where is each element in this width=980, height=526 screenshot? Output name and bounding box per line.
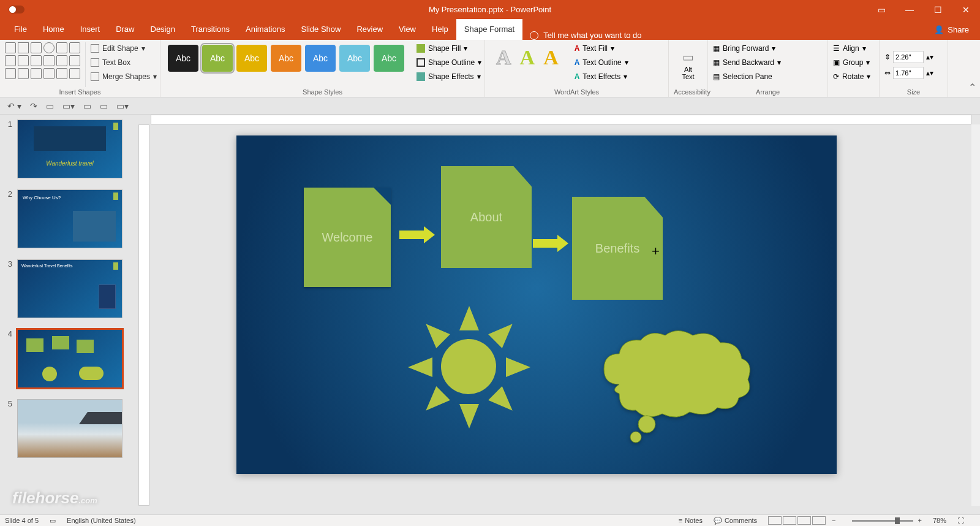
collapse-ribbon-icon[interactable]: ⌃ bbox=[968, 82, 976, 93]
style-preset[interactable]: Abc bbox=[236, 45, 267, 72]
tab-shape-format[interactable]: Shape Format bbox=[456, 19, 522, 40]
bring-forward-icon: ▦ bbox=[713, 44, 720, 53]
tab-home[interactable]: Home bbox=[35, 19, 72, 40]
share-icon: 👤 bbox=[934, 25, 944, 34]
minimize-button[interactable]: — bbox=[895, 0, 924, 19]
rotate-button[interactable]: ⟳Rotate▾ bbox=[833, 71, 870, 83]
redo-button[interactable]: ↷ bbox=[30, 101, 37, 111]
tab-draw[interactable]: Draw bbox=[108, 19, 142, 40]
text-box-icon bbox=[91, 58, 99, 67]
tab-view[interactable]: View bbox=[391, 19, 424, 40]
text-effects-button[interactable]: AText Effects▾ bbox=[575, 71, 628, 83]
group-button[interactable]: ▣Group▾ bbox=[833, 56, 870, 69]
edit-shape-button[interactable]: Edit Shape▾ bbox=[91, 42, 157, 55]
thumb-slide-1[interactable]: Wanderlust travel bbox=[17, 120, 123, 178]
svg-point-0 bbox=[638, 416, 655, 433]
tab-transitions[interactable]: Transitions bbox=[183, 19, 238, 40]
text-box-button[interactable]: Text Box bbox=[91, 56, 157, 69]
wordart-preset[interactable]: A bbox=[543, 46, 559, 83]
width-input[interactable] bbox=[893, 67, 924, 79]
thumb-slide-5[interactable] bbox=[17, 399, 123, 458]
shape-styles-gallery[interactable]: Abc Abc Abc Abc Abc Abc Abc bbox=[165, 42, 407, 87]
shape-thought-cloud[interactable] bbox=[592, 329, 757, 448]
slide-canvas[interactable]: Welcome .page.fold:nth-of-type(1)::befor… bbox=[236, 135, 837, 474]
cursor-crosshair-icon: + bbox=[652, 243, 660, 259]
tellme-search[interactable]: Tell me what you want to do bbox=[530, 31, 641, 40]
style-preset[interactable]: Abc bbox=[271, 45, 301, 72]
wordart-preset[interactable]: A bbox=[496, 46, 511, 83]
thumb-slide-3[interactable]: Wanderlust Travel Benefits bbox=[17, 259, 123, 318]
style-preset[interactable]: Abc bbox=[202, 45, 233, 72]
shape-fill-button[interactable]: Shape Fill▾ bbox=[417, 42, 481, 55]
zoom-slider[interactable] bbox=[852, 520, 913, 522]
watermark: filehorse.com bbox=[12, 489, 97, 508]
qat-button[interactable]: ▭ bbox=[83, 101, 91, 111]
thumb-slide-4[interactable] bbox=[17, 329, 123, 388]
shape-about[interactable]: About bbox=[441, 166, 532, 268]
tab-design[interactable]: Design bbox=[143, 19, 183, 40]
wordart-gallery[interactable]: A A A bbox=[490, 42, 565, 87]
style-preset[interactable]: Abc bbox=[374, 45, 404, 72]
qat-button[interactable]: ▭ bbox=[100, 101, 108, 111]
bring-forward-button[interactable]: ▦Bring Forward▾ bbox=[713, 42, 781, 55]
tab-help[interactable]: Help bbox=[424, 19, 456, 40]
spinner-icon[interactable]: ▴▾ bbox=[926, 53, 933, 61]
shape-welcome[interactable]: Welcome .page.fold:nth-of-type(1)::befor… bbox=[304, 188, 391, 287]
selection-pane-button[interactable]: ▤Selection Pane bbox=[713, 71, 781, 83]
tab-slideshow[interactable]: Slide Show bbox=[293, 19, 349, 40]
group-icon: ▣ bbox=[833, 58, 840, 67]
align-button[interactable]: ☰Align▾ bbox=[833, 42, 870, 55]
shape-benefits[interactable]: Benefits + bbox=[572, 197, 663, 300]
shape-outline-button[interactable]: Shape Outline▾ bbox=[417, 56, 481, 69]
accessibility-check-icon[interactable]: ▭ bbox=[50, 517, 56, 525]
zoom-level[interactable]: 78% bbox=[933, 517, 946, 524]
view-mode-buttons[interactable] bbox=[768, 516, 826, 525]
rotate-icon: ⟳ bbox=[833, 72, 839, 81]
height-input[interactable] bbox=[893, 51, 924, 63]
group-label-shape-styles: Shape Styles bbox=[165, 87, 480, 96]
shape-effects-button[interactable]: Shape Effects▾ bbox=[417, 71, 481, 83]
shape-sun[interactable] bbox=[409, 307, 528, 426]
close-button[interactable]: ✕ bbox=[952, 0, 980, 19]
ribbon-display-options-icon[interactable]: ▭ bbox=[867, 0, 895, 19]
text-outline-button[interactable]: AText Outline▾ bbox=[575, 56, 628, 69]
thumb-slide-2[interactable]: Why Choose Us? bbox=[17, 189, 123, 248]
fit-to-window-button[interactable]: ⛶ bbox=[957, 517, 964, 524]
tab-insert[interactable]: Insert bbox=[72, 19, 108, 40]
qat-button[interactable]: ▭▾ bbox=[62, 101, 75, 111]
share-button[interactable]: 👤 Share bbox=[934, 19, 969, 40]
maximize-button[interactable]: ☐ bbox=[924, 0, 952, 19]
style-preset[interactable]: Abc bbox=[168, 45, 198, 72]
text-fill-button[interactable]: AText Fill▾ bbox=[575, 42, 628, 55]
zoom-out-button[interactable]: − bbox=[832, 517, 835, 524]
shape-arrow[interactable] bbox=[399, 226, 435, 243]
share-label: Share bbox=[948, 25, 969, 34]
tab-animations[interactable]: Animations bbox=[238, 19, 293, 40]
text-fill-icon: A bbox=[575, 44, 580, 53]
vertical-scrollbar[interactable] bbox=[971, 124, 980, 506]
status-slide[interactable]: Slide 4 of 5 bbox=[5, 517, 39, 524]
comments-button[interactable]: 💬 Comments bbox=[714, 517, 757, 525]
start-from-beginning-button[interactable]: ▭ bbox=[46, 101, 54, 111]
qat-button[interactable]: ▭▾ bbox=[116, 101, 129, 111]
width-icon: ⇔ bbox=[884, 69, 891, 77]
zoom-in-button[interactable]: + bbox=[918, 517, 922, 524]
style-preset[interactable]: Abc bbox=[339, 45, 370, 72]
effects-icon bbox=[417, 72, 425, 81]
tab-review[interactable]: Review bbox=[349, 19, 391, 40]
shapes-gallery[interactable] bbox=[5, 42, 80, 87]
autosave-toggle[interactable] bbox=[9, 6, 24, 13]
send-backward-button[interactable]: ▦Send Backward▾ bbox=[713, 56, 781, 69]
wordart-preset[interactable]: A bbox=[520, 46, 535, 83]
notes-button[interactable]: ≡ Notes bbox=[679, 517, 703, 524]
alt-text-button[interactable]: ▭ Alt Text bbox=[674, 42, 703, 87]
spinner-icon[interactable]: ▴▾ bbox=[926, 69, 933, 77]
shape-arrow[interactable] bbox=[533, 235, 568, 252]
style-preset[interactable]: Abc bbox=[305, 45, 336, 72]
slide-thumbnails: 1 Wanderlust travel 2 Why Choose Us? 3 W… bbox=[0, 115, 138, 514]
tab-file[interactable]: File bbox=[6, 19, 35, 40]
merge-shapes-button[interactable]: Merge Shapes▾ bbox=[91, 71, 157, 83]
status-language[interactable]: English (United States) bbox=[67, 517, 136, 524]
shape-width: ⇔ ▴▾ bbox=[884, 66, 943, 80]
undo-button[interactable]: ↶ ▾ bbox=[7, 101, 21, 111]
